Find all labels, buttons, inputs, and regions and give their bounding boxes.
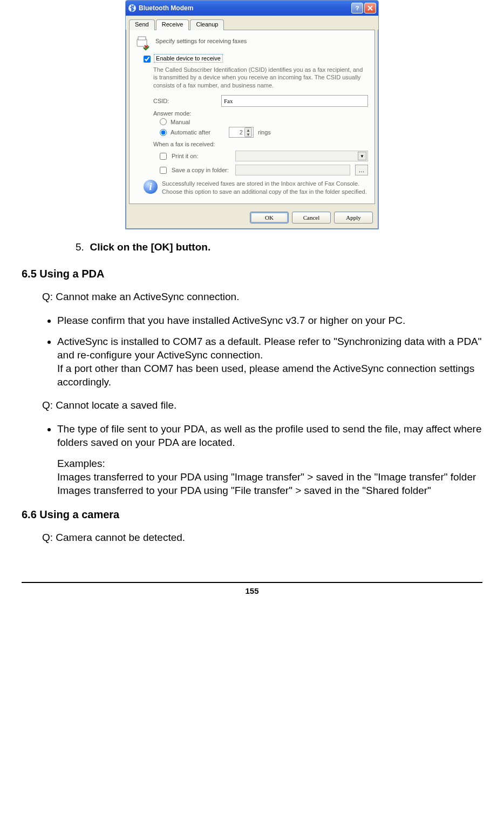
dialog-titlebar[interactable]: Bluetooth Modem ? (126, 1, 378, 16)
panel-heading: Specify settings for receiving faxes (155, 36, 247, 44)
question-saved-file: Q: Cannot locate a saved file. (42, 398, 482, 412)
fax-settings-icon (136, 36, 151, 51)
answer-mode-label: Answer mode: (153, 110, 368, 117)
bluetooth-modem-dialog: Bluetooth Modem ? Send Receive Cleanup (125, 0, 379, 229)
print-label[interactable]: Print it on: (172, 153, 232, 159)
rings-label: rings (258, 129, 271, 135)
enable-receive-checkbox[interactable] (144, 56, 151, 63)
examples-label: Examples: (57, 458, 105, 469)
cancel-button[interactable]: Cancel (292, 212, 331, 223)
csid-label: CSID: (153, 98, 218, 104)
bullet-activesync-version: Please confirm that you have installed A… (57, 314, 482, 327)
section-6-6-heading: 6.6 Using a camera (22, 507, 482, 522)
dialog-title: Bluetooth Modem (139, 4, 350, 12)
step-number: 5. (76, 241, 84, 253)
print-checkbox[interactable] (160, 153, 167, 160)
dialog-button-row: OK Cancel Apply (126, 207, 378, 229)
csid-input[interactable] (221, 95, 368, 107)
ok-button[interactable]: OK (250, 212, 289, 223)
bullet-activesync-com7: ActiveSync is installed to COM7 as a def… (57, 335, 482, 389)
tab-strip: Send Receive Cleanup (126, 16, 378, 30)
help-button[interactable]: ? (351, 3, 363, 13)
tab-receive[interactable]: Receive (156, 19, 189, 30)
save-copy-label[interactable]: Save a copy in folder: (172, 167, 232, 173)
spinner-down[interactable]: ▼ (245, 132, 251, 137)
step-text: Click on the [OK] button. (90, 241, 210, 253)
folder-input[interactable] (235, 165, 350, 175)
tab-send[interactable]: Send (129, 19, 155, 30)
section-6-5-heading: 6.5 Using a PDA (22, 267, 482, 281)
tab-cleanup[interactable]: Cleanup (190, 19, 224, 30)
svg-rect-2 (138, 37, 146, 40)
printer-combo[interactable]: ▼ (235, 151, 368, 161)
info-text: Successfully received faxes are stored i… (162, 180, 368, 196)
save-copy-checkbox[interactable] (160, 167, 167, 174)
example-file-transfer: Images transferred to your PDA using "Fi… (57, 485, 431, 496)
page-number: 155 (22, 582, 482, 595)
enable-receive-label[interactable]: Enable device to receive (154, 54, 223, 63)
bullet-file-location: The type of file sent to your PDA, as we… (57, 422, 482, 497)
answer-mode-manual-label[interactable]: Manual (171, 119, 190, 125)
answer-mode-auto-radio[interactable] (160, 129, 167, 136)
rings-spinner[interactable]: 2 ▲ ▼ (229, 127, 254, 138)
document-body: 5. Click on the [OK] button. 6.5 Using a… (22, 240, 482, 544)
when-received-label: When a fax is received: (153, 141, 368, 147)
browse-folder-button[interactable]: … (355, 165, 368, 175)
answer-mode-auto-label[interactable]: Automatic after (171, 129, 210, 135)
answer-mode-manual-radio[interactable] (160, 118, 167, 125)
close-button[interactable] (364, 3, 376, 13)
info-icon: i (144, 180, 158, 194)
receive-panel: Specify settings for receiving faxes Ena… (129, 30, 375, 204)
spinner-buttons[interactable]: ▲ ▼ (244, 127, 252, 137)
question-camera: Q: Camera cannot be detected. (42, 531, 482, 545)
csid-description: The Called Subscriber Identification (CS… (153, 66, 368, 90)
question-activesync: Q: Cannot make an ActiveSync connection. (42, 290, 482, 304)
chevron-down-icon[interactable]: ▼ (358, 152, 366, 160)
apply-button[interactable]: Apply (334, 212, 373, 223)
bluetooth-icon (128, 4, 137, 12)
example-image-transfer: Images transferred to your PDA using "Im… (57, 471, 476, 483)
